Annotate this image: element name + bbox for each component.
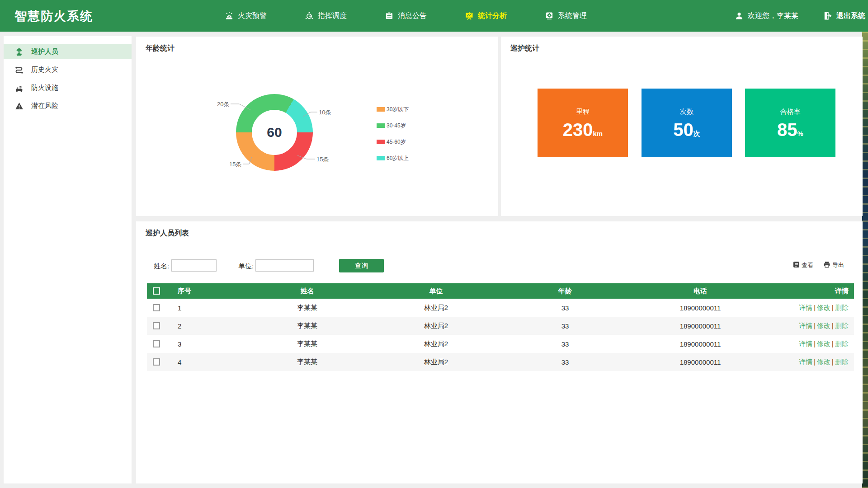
- alarm-icon: [225, 11, 234, 20]
- detail-link[interactable]: 详情: [799, 358, 812, 366]
- sidebar-item-label: 防火设施: [31, 84, 58, 92]
- logout-icon: [823, 11, 832, 20]
- stat-unit: %: [797, 130, 803, 137]
- name-filter-input[interactable]: [171, 259, 217, 272]
- cell-name: 李某某: [243, 358, 372, 366]
- col-header-age: 年龄: [500, 287, 630, 296]
- detail-link[interactable]: 详情: [799, 304, 812, 311]
- cell-unit: 林业局2: [372, 358, 500, 366]
- action-separator: |: [814, 304, 816, 311]
- dispatch-icon: [305, 11, 314, 20]
- action-separator: |: [814, 322, 816, 329]
- patrol-statistics-card: 巡护统计 里程 230km 次数 50次 合格率 85%: [501, 37, 863, 216]
- age-card-title: 年龄统计: [146, 44, 175, 53]
- cell-name: 李某某: [243, 304, 372, 312]
- stat-label: 次数: [680, 108, 693, 116]
- cell-age: 33: [500, 358, 630, 366]
- nav-item-system[interactable]: 系统管理: [545, 11, 587, 21]
- legend-swatch-cyan: [377, 156, 385, 160]
- legend-label: 30-45岁: [387, 122, 406, 130]
- sidebar-item-label: 巡护人员: [31, 47, 58, 56]
- cell-phone: 18900000011: [630, 340, 771, 348]
- delete-link[interactable]: 删除: [835, 322, 849, 329]
- edit-link[interactable]: 修改: [817, 358, 830, 366]
- sidebar: 巡护人员 历史火灾 防火设施: [4, 36, 132, 483]
- cell-age: 33: [500, 304, 630, 312]
- export-button[interactable]: 导出: [823, 261, 844, 269]
- row-checkbox[interactable]: [153, 304, 160, 311]
- edit-link[interactable]: 修改: [817, 340, 830, 347]
- cell-unit: 林业局2: [372, 304, 500, 312]
- sidebar-item-rangers[interactable]: 巡护人员: [4, 44, 132, 59]
- cell-name: 李某某: [243, 340, 372, 348]
- sidebar-item-fire-history[interactable]: 历史火灾: [4, 62, 132, 77]
- stat-value: 85: [777, 120, 797, 140]
- stat-value-line: 50次: [673, 121, 700, 139]
- cell-unit: 林业局2: [372, 340, 500, 348]
- view-icon: [793, 261, 800, 269]
- patrol-card-title: 巡护统计: [510, 44, 539, 53]
- cell-seq: 2: [166, 322, 243, 330]
- stat-value: 230: [563, 120, 593, 140]
- stat-value: 50: [673, 120, 693, 140]
- stat-value-line: 230km: [563, 121, 603, 139]
- edit-link[interactable]: 修改: [817, 304, 830, 311]
- donut-callout-lines: [136, 37, 498, 216]
- ranger-icon: [14, 47, 24, 56]
- table-tools: 查看 导出: [793, 261, 844, 269]
- col-header-detail: 详情: [771, 287, 854, 296]
- detail-link[interactable]: 详情: [799, 322, 812, 329]
- delete-link[interactable]: 删除: [835, 304, 849, 311]
- nav-item-statistics[interactable]: 统计分析: [465, 11, 507, 21]
- search-button[interactable]: 查询: [339, 259, 384, 272]
- legend-swatch-orange: [377, 107, 385, 112]
- logout-button[interactable]: 退出系统: [823, 11, 865, 21]
- row-checkbox[interactable]: [153, 358, 160, 366]
- select-all-checkbox[interactable]: [153, 287, 160, 295]
- nav-label: 消息公告: [398, 11, 427, 21]
- nav-label: 统计分析: [478, 11, 507, 21]
- settings-icon: [545, 11, 554, 20]
- logout-text: 退出系统: [836, 11, 865, 21]
- cell-age: 33: [500, 322, 630, 330]
- delete-link[interactable]: 删除: [835, 340, 849, 347]
- delete-link[interactable]: 删除: [835, 358, 849, 366]
- age-donut-total: 60: [252, 110, 297, 155]
- row-checkbox[interactable]: [153, 340, 160, 347]
- col-header-seq: 序号: [166, 287, 243, 296]
- sidebar-item-label: 潜在风险: [31, 102, 58, 110]
- cell-name: 李某某: [243, 322, 372, 330]
- personnel-list-card: 巡护人员列表 姓名: 单位: 查询 查看: [136, 221, 863, 483]
- stat-box-mileage: 里程 230km: [538, 89, 628, 157]
- callout-orange-segment: 15条: [229, 160, 241, 169]
- row-checkbox[interactable]: [153, 322, 160, 329]
- edit-link[interactable]: 修改: [817, 322, 830, 329]
- legend-label: 30岁以下: [387, 106, 409, 113]
- personnel-table: 序号 姓名 单位 年龄 电话 详情 1 李某某 林业局2 33 18900000…: [147, 283, 854, 371]
- action-separator: |: [832, 304, 834, 311]
- export-printer-icon: [823, 261, 830, 269]
- nav-item-dispatch[interactable]: 指挥调度: [305, 11, 347, 21]
- sidebar-item-fire-facilities[interactable]: 防火设施: [4, 80, 132, 95]
- sidebar-item-label: 历史火灾: [31, 66, 58, 74]
- stat-unit: km: [593, 130, 603, 137]
- view-button[interactable]: 查看: [793, 261, 813, 269]
- legend-item: 30岁以下: [377, 106, 409, 113]
- action-separator: |: [814, 358, 816, 366]
- unit-filter-input[interactable]: [255, 259, 314, 272]
- route-icon: [14, 65, 24, 74]
- table-row: 4 李某某 林业局2 33 18900000011 详情|修改|删除: [147, 353, 854, 371]
- stat-box-count: 次数 50次: [642, 89, 732, 157]
- action-separator: |: [832, 358, 834, 366]
- nav-item-fire-alert[interactable]: 火灾预警: [225, 11, 267, 21]
- detail-link[interactable]: 详情: [799, 340, 812, 347]
- cell-unit: 林业局2: [372, 322, 500, 330]
- stat-label: 里程: [576, 108, 590, 116]
- nav-item-notice[interactable]: 消息公告: [385, 11, 427, 21]
- stats-icon: [465, 11, 474, 20]
- cell-seq: 4: [166, 358, 243, 366]
- age-statistics-card: 年龄统计 60 20条 10条 15条 15条 30岁以下 30-45岁 45-…: [136, 37, 498, 216]
- user-welcome[interactable]: 欢迎您，李某某: [735, 11, 798, 21]
- sidebar-item-potential-risk[interactable]: 潜在风险: [4, 98, 132, 113]
- cell-age: 33: [500, 340, 630, 348]
